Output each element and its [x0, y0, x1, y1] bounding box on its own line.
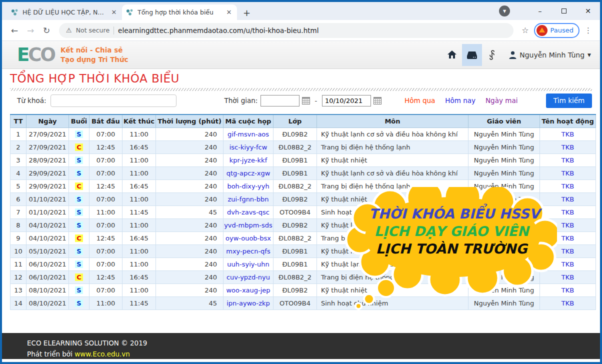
keyword-input[interactable]	[50, 94, 176, 107]
cell-session: S	[69, 244, 90, 258]
media-controls-icon[interactable]: ▼	[499, 6, 510, 16]
activity-link[interactable]: TKB	[562, 196, 574, 203]
bookmark-star-icon[interactable]: ☆	[520, 26, 530, 35]
user-icon	[509, 51, 516, 59]
cell-start: 07:00	[90, 284, 122, 296]
activity-link[interactable]: TKB	[562, 130, 574, 138]
cell-date: 01/10/2021	[26, 192, 69, 206]
activity-link[interactable]: TKB	[562, 144, 574, 151]
activity-link[interactable]: TKB	[562, 300, 574, 307]
search-button[interactable]: Tìm kiếm	[546, 94, 592, 108]
cell-start: 11:00	[90, 206, 122, 218]
forward-icon[interactable]: →	[24, 26, 37, 36]
activity-link[interactable]: TKB	[562, 156, 574, 164]
page-title: TỔNG HỢP THỜI KHÓA BIỂU	[10, 72, 180, 85]
new-tab-button[interactable]: +	[237, 8, 256, 20]
cell-class: OTO09B4	[274, 296, 317, 310]
cell-class: ĐL08B2_2	[274, 270, 317, 284]
footer-site-link[interactable]: www.Eco.edu.vn	[74, 350, 130, 358]
column-header: TT	[10, 114, 26, 128]
reload-icon[interactable]: ↻	[40, 26, 53, 36]
yesterday-link[interactable]: Hôm qua	[404, 96, 435, 104]
cell-class: ĐL09B1	[274, 244, 317, 258]
date-from-input[interactable]	[260, 95, 300, 106]
activity-link[interactable]: TKB	[562, 170, 574, 177]
home-button[interactable]	[442, 44, 462, 66]
meeting-code-link[interactable]: isc-kiyy-fcw	[230, 144, 268, 151]
cell-meeting-code: kpr-jyze-kkf	[224, 154, 274, 166]
extension-paused-badge[interactable]: Paused	[534, 23, 580, 38]
column-header: Bắt đầu	[90, 114, 122, 128]
meeting-code-link[interactable]: oyw-ouob-bsx	[226, 234, 271, 242]
meeting-code-link[interactable]: uuh-syiy-uhn	[227, 260, 269, 268]
tab-strip: HỆ DỮ LIỆU HỌC TẬP, NGHIÊN C ✕ Tổng hợp …	[2, 2, 600, 20]
cell-index: 9	[10, 232, 26, 244]
cell-activity: TKB	[540, 166, 596, 180]
tagline-line2: Tạo dựng Tri Thức	[60, 55, 128, 64]
activity-link[interactable]: TKB	[562, 222, 574, 229]
tab-close-icon[interactable]: ✕	[110, 8, 118, 16]
activity-link[interactable]: TKB	[562, 260, 574, 268]
activity-link[interactable]: TKB	[562, 274, 574, 281]
cell-end: 11:00	[122, 154, 156, 166]
tab-inactive[interactable]: HỆ DỮ LIỆU HỌC TẬP, NGHIÊN C ✕	[7, 4, 122, 20]
link-button[interactable]	[482, 44, 502, 66]
menu-dots-icon[interactable]: ⋮	[582, 26, 594, 35]
tab-close-icon[interactable]: ✕	[225, 8, 233, 16]
cell-session: S	[69, 192, 90, 206]
eco-logo[interactable]: ECO	[17, 46, 54, 64]
minimize-button[interactable]: –	[528, 4, 552, 18]
cell-index: 6	[10, 192, 26, 206]
meeting-code-link[interactable]: cuv-ypzd-nyu	[226, 274, 270, 281]
cell-date: 05/10/2021	[26, 244, 69, 258]
activity-link[interactable]: TKB	[562, 286, 574, 294]
cell-end: 16:45	[122, 140, 156, 154]
hdd-icon	[467, 50, 477, 60]
meeting-code-link[interactable]: kpr-jyze-kkf	[230, 156, 267, 164]
meeting-code-link[interactable]: dvh-zavs-qsc	[227, 208, 270, 216]
activity-link[interactable]: TKB	[562, 208, 574, 216]
today-link[interactable]: Hôm nay	[445, 96, 476, 104]
cell-date: 28/09/2021	[26, 154, 69, 166]
activity-link[interactable]: TKB	[562, 248, 574, 255]
page-footer: ECO ELEARNING SOLUTION © 2019 Phát triển…	[2, 333, 600, 359]
activity-link[interactable]: TKB	[562, 182, 574, 190]
cell-start: 07:00	[90, 192, 122, 206]
session-badge: S	[75, 196, 82, 203]
calendar-icon[interactable]	[374, 97, 382, 104]
cell-date: 08/10/2021	[26, 284, 69, 296]
cell-index: 10	[10, 244, 26, 258]
not-secure-label[interactable]: Not secure	[76, 26, 110, 34]
cell-subject: Kỹ thuật nhiệt	[317, 154, 468, 166]
session-badge: C	[75, 182, 83, 190]
activity-link[interactable]: TKB	[562, 234, 574, 242]
meeting-code-link[interactable]: ipn-aywo-zkp	[226, 300, 270, 307]
cell-activity: TKB	[540, 154, 596, 166]
meeting-code-link[interactable]: zui-fgnn-bbn	[228, 196, 268, 203]
address-bar[interactable]: ⚠ Not secure elearningdttec.phanmemdaota…	[59, 23, 514, 38]
url-text[interactable]: elearningdttec.phanmemdaotao.com/u/thoi-…	[118, 26, 318, 34]
tomorrow-link[interactable]: Ngày mai	[486, 96, 518, 104]
back-icon[interactable]: ←	[8, 26, 21, 36]
home-icon	[448, 50, 456, 59]
cell-duration: 240	[156, 128, 224, 140]
cell-class: ĐL09B2	[274, 128, 317, 140]
cell-meeting-code: woo-xaug-jep	[224, 284, 274, 296]
meeting-code-link[interactable]: qtg-apcz-xgw	[226, 170, 270, 177]
meeting-code-link[interactable]: gif-msvn-aos	[228, 130, 269, 138]
cell-session: S	[69, 166, 90, 180]
date-to-input[interactable]	[322, 95, 371, 106]
maximize-button[interactable]	[552, 4, 576, 18]
meeting-code-link[interactable]: boh-dixy-yyh	[227, 182, 269, 190]
cell-index: 4	[10, 166, 26, 180]
user-menu[interactable]: Nguyễn Minh Tùng ▼	[509, 51, 591, 59]
meeting-code-link[interactable]: yvd-mbpm-sds	[224, 222, 272, 229]
tab-active[interactable]: Tổng hợp thời khóa biểu ✕	[122, 4, 237, 20]
close-button[interactable]: ✕	[576, 4, 600, 18]
calendar-icon[interactable]	[302, 97, 310, 104]
footer-copyright: ECO ELEARNING SOLUTION © 2019	[27, 338, 600, 348]
cell-teacher: Nguyễn Minh Tùng	[468, 166, 540, 180]
meeting-code-link[interactable]: mxy-pecn-qfs	[226, 248, 270, 255]
meeting-code-link[interactable]: woo-xaug-jep	[226, 286, 270, 294]
resources-button[interactable]	[462, 44, 482, 66]
